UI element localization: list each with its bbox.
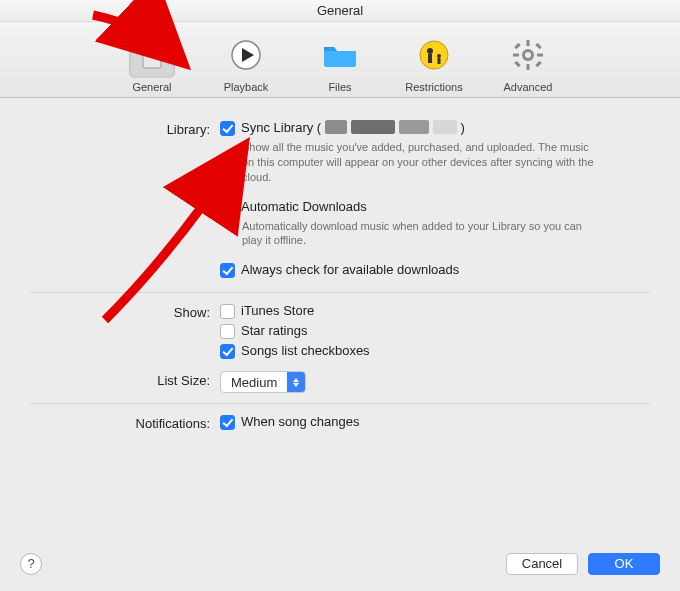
svg-rect-15 — [514, 43, 520, 49]
toolbar-label: Files — [301, 81, 379, 93]
restrictions-icon — [411, 32, 457, 78]
general-pane: Library: Sync Library ( ) Show all the m… — [0, 98, 680, 434]
checkbox-sync-library[interactable]: Sync Library ( ) — [220, 120, 650, 136]
svg-rect-16 — [535, 43, 541, 49]
checkbox-label: When song changes — [241, 414, 360, 429]
svg-rect-14 — [537, 54, 543, 57]
label-library: Library: — [30, 120, 220, 137]
toolbar-label: Playback — [207, 81, 285, 93]
svg-rect-7 — [428, 54, 432, 63]
select-list-size[interactable]: Medium — [220, 371, 306, 393]
toolbar-label: Restrictions — [395, 81, 473, 93]
svg-point-6 — [427, 48, 433, 54]
checkbox-label: Always check for available downloads — [241, 262, 459, 277]
redacted-account — [325, 120, 457, 134]
svg-rect-1 — [143, 42, 161, 48]
checkbox-check-downloads[interactable]: Always check for available downloads — [220, 262, 650, 278]
svg-point-8 — [437, 54, 441, 58]
svg-point-19 — [525, 52, 531, 58]
toolbar-label: General — [113, 81, 191, 93]
checkbox-label: Star ratings — [241, 323, 307, 338]
svg-rect-9 — [438, 58, 441, 64]
checkbox-star-ratings[interactable]: Star ratings — [220, 323, 650, 339]
svg-rect-13 — [513, 54, 519, 57]
checkbox-label: Automatic Downloads — [241, 199, 367, 214]
select-value: Medium — [221, 375, 287, 390]
toolbar-tab-files[interactable]: Files — [301, 28, 379, 93]
svg-rect-18 — [535, 61, 541, 67]
checkbox-itunes-store[interactable]: iTunes Store — [220, 303, 650, 319]
checkbox-label: Songs list checkboxes — [241, 343, 370, 358]
footer: ? Cancel OK — [0, 541, 680, 591]
svg-rect-17 — [514, 61, 520, 67]
advanced-icon — [505, 32, 551, 78]
svg-point-2 — [158, 48, 160, 50]
toolbar-label: Advanced — [489, 81, 567, 93]
toolbar-tab-general[interactable]: General — [113, 28, 191, 93]
window-title: General — [0, 0, 680, 22]
divider — [30, 292, 650, 293]
divider — [30, 403, 650, 404]
toolbar-tab-advanced[interactable]: Advanced — [489, 28, 567, 93]
svg-rect-11 — [527, 40, 530, 46]
cancel-button[interactable]: Cancel — [506, 553, 578, 575]
svg-rect-12 — [527, 64, 530, 70]
desc-auto-downloads: Automatically download music when added … — [242, 219, 602, 249]
toolbar-tab-restrictions[interactable]: Restrictions — [395, 28, 473, 93]
checkbox-when-song-changes[interactable]: When song changes — [220, 414, 650, 430]
select-arrows-icon — [287, 372, 305, 392]
playback-icon — [223, 32, 269, 78]
checkbox-label: Sync Library ( ) — [241, 120, 465, 135]
files-icon — [317, 32, 363, 78]
general-icon — [129, 32, 175, 78]
label-list-size: List Size: — [30, 371, 220, 388]
help-button[interactable]: ? — [20, 553, 42, 575]
ok-button[interactable]: OK — [588, 553, 660, 575]
checkbox-songs-list-checkboxes[interactable]: Songs list checkboxes — [220, 343, 650, 359]
svg-point-5 — [420, 41, 448, 69]
checkbox-label: iTunes Store — [241, 303, 314, 318]
label-notifications: Notifications: — [30, 414, 220, 431]
desc-sync-library: Show all the music you've added, purchas… — [242, 140, 602, 185]
toolbar: General Playback Files Restrictions Adva… — [0, 22, 680, 98]
toolbar-tab-playback[interactable]: Playback — [207, 28, 285, 93]
checkbox-auto-downloads[interactable]: Automatic Downloads — [220, 199, 650, 215]
label-show: Show: — [30, 303, 220, 320]
